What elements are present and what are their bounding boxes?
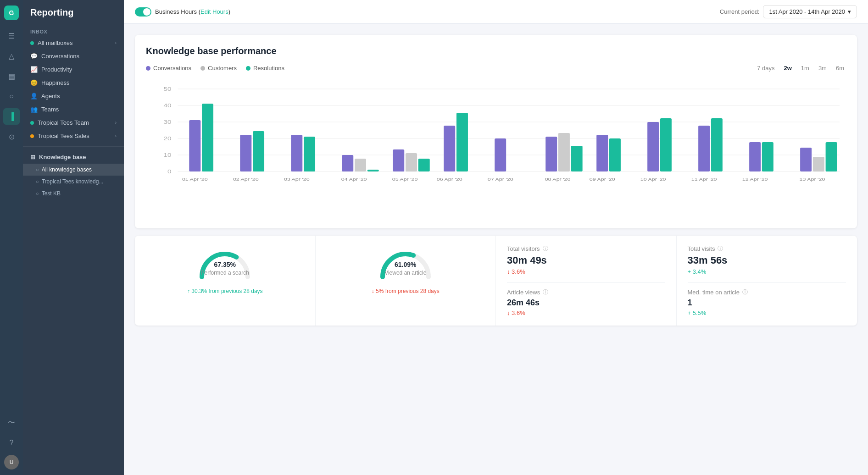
kb-item-test[interactable]: ○ Test KB bbox=[23, 188, 124, 199]
kb-item-all-label: All knowledge bases bbox=[42, 166, 92, 173]
article-views-value: 26m 46s bbox=[507, 298, 548, 308]
inbox-label: Inbox bbox=[23, 25, 124, 36]
chat-icon[interactable]: ○ bbox=[3, 88, 20, 105]
med-time-info-icon[interactable]: ⓘ bbox=[742, 288, 748, 296]
legend-dot-customers bbox=[200, 66, 205, 71]
kb-item-all[interactable]: ○ All knowledge bases bbox=[23, 164, 124, 176]
gauge-card-search: 67.35% Performed a search ↑ 30.3% from p… bbox=[135, 236, 316, 326]
sidebar-item-teams[interactable]: 👥 Teams bbox=[23, 103, 124, 116]
basket-icon[interactable]: ⊙ bbox=[3, 128, 20, 145]
tropical-tees-sales-dot bbox=[30, 134, 34, 138]
sidebar-item-agents[interactable]: 👤 Agents bbox=[23, 89, 124, 103]
happiness-label: Happiness bbox=[41, 79, 69, 86]
sidebar-item-productivity[interactable]: 📈 Productivity bbox=[23, 63, 124, 76]
business-hours-toggle[interactable] bbox=[135, 7, 151, 17]
svg-rect-32 bbox=[495, 138, 506, 171]
legend-resolutions: Resolutions bbox=[246, 65, 284, 72]
chevron-icon-2: › bbox=[115, 120, 117, 125]
total-visitors-change: ↓ 3.6% bbox=[507, 268, 665, 275]
sidebar-item-all-mailboxes[interactable]: All mailboxes › bbox=[23, 36, 124, 50]
svg-rect-29 bbox=[444, 126, 455, 171]
chart-container: Knowledge base performance Conversations… bbox=[124, 24, 868, 475]
svg-text:13 Apr '20: 13 Apr '20 bbox=[800, 177, 825, 182]
svg-rect-12 bbox=[189, 120, 200, 171]
total-visits-change: + 3.4% bbox=[688, 268, 846, 275]
stat-card-total-visitors: Total visitors ⓘ 30m 49s ↓ 3.6% Article … bbox=[496, 236, 677, 326]
time-7days[interactable]: 7 days bbox=[755, 64, 776, 72]
svg-rect-38 bbox=[596, 135, 608, 171]
med-time-change: + 5.5% bbox=[688, 309, 748, 316]
svg-rect-13 bbox=[202, 104, 213, 171]
total-visits-info-icon[interactable]: ⓘ bbox=[718, 245, 723, 253]
svg-rect-36 bbox=[571, 146, 583, 171]
kb-section-title: ⊞ Knowledge base bbox=[23, 150, 124, 164]
svg-text:30: 30 bbox=[164, 119, 172, 125]
reports-icon[interactable]: ▤ bbox=[3, 68, 20, 84]
svg-text:03 Apr '20: 03 Apr '20 bbox=[284, 177, 310, 182]
sidebar-item-conversations[interactable]: 💬 Conversations bbox=[23, 50, 124, 63]
toggle-label-text: Business Hours ( bbox=[155, 8, 200, 15]
edit-hours-link[interactable]: Edit Hours bbox=[200, 8, 228, 15]
svg-text:40: 40 bbox=[164, 103, 172, 108]
svg-rect-16 bbox=[253, 131, 264, 171]
tropical-tees-sales-label: Tropical Tees Sales bbox=[38, 133, 89, 139]
gauge-search-label: Performed a search bbox=[195, 270, 255, 276]
svg-rect-47 bbox=[749, 142, 761, 171]
chevron-icon-3: › bbox=[115, 133, 117, 138]
sidebar-item-tropical-tees-sales[interactable]: Tropical Tees Sales › bbox=[23, 129, 124, 143]
svg-text:07 Apr '20: 07 Apr '20 bbox=[488, 177, 513, 182]
article-views-info-icon[interactable]: ⓘ bbox=[543, 288, 548, 296]
help-icon[interactable]: ? bbox=[3, 435, 20, 451]
gauge-search-value: 67.35% bbox=[195, 258, 255, 270]
gauge-search-unit: % bbox=[230, 261, 236, 268]
business-hours-toggle-group: Business Hours (Edit Hours) bbox=[135, 7, 230, 17]
svg-rect-22 bbox=[355, 159, 366, 171]
legend-conversations: Conversations bbox=[146, 65, 191, 72]
svg-text:10 Apr '20: 10 Apr '20 bbox=[640, 177, 666, 182]
svg-rect-51 bbox=[813, 157, 824, 171]
analytics-icon[interactable]: ▐ bbox=[3, 108, 20, 125]
gauge-article-number: 61.09 bbox=[395, 261, 411, 268]
user-avatar[interactable]: U bbox=[4, 455, 19, 469]
time-6m[interactable]: 6m bbox=[834, 64, 846, 72]
gauge-search-change: ↑ 30.3% from previous 28 days bbox=[187, 288, 263, 294]
gauge-card-article: 61.09% Viewed an article ↓ 5% from previ… bbox=[316, 236, 496, 326]
chart-legend: Conversations Customers Resolutions bbox=[146, 65, 284, 72]
period-value: 1st Apr 2020 - 14th Apr 2020 bbox=[769, 8, 845, 15]
chart-title: Knowledge base performance bbox=[146, 46, 846, 56]
activity-icon[interactable]: 〜 bbox=[3, 414, 20, 431]
happiness-icon: 😊 bbox=[30, 79, 38, 86]
menu-icon[interactable]: ☰ bbox=[3, 28, 20, 44]
legend-conversations-label: Conversations bbox=[153, 65, 191, 72]
time-3m[interactable]: 3m bbox=[817, 64, 829, 72]
svg-text:01 Apr '20: 01 Apr '20 bbox=[182, 177, 208, 182]
svg-text:05 Apr '20: 05 Apr '20 bbox=[392, 177, 418, 182]
svg-rect-35 bbox=[558, 133, 570, 171]
bar-chart-area: 50 40 30 20 10 0 01 Apr '20 02 Apr '20 bbox=[146, 80, 846, 217]
med-time-value: 1 bbox=[688, 298, 748, 308]
article-views-sub: Article views ⓘ 26m 46s ↓ 3.6% bbox=[507, 288, 548, 316]
total-visitors-value: 30m 49s bbox=[507, 254, 665, 266]
period-label: Current period: bbox=[720, 8, 760, 15]
kb-item-test-label: Test KB bbox=[42, 190, 61, 197]
med-time-label-text: Med. time on article bbox=[688, 289, 740, 296]
home-icon[interactable]: △ bbox=[3, 48, 20, 64]
svg-rect-50 bbox=[800, 148, 812, 171]
bar-chart-svg: 50 40 30 20 10 0 01 Apr '20 02 Apr '20 bbox=[146, 80, 846, 217]
time-1m[interactable]: 1m bbox=[799, 64, 811, 72]
total-visitors-info-icon[interactable]: ⓘ bbox=[543, 245, 548, 253]
kb-item-tropical-tees[interactable]: ○ Tropical Tees knowledg... bbox=[23, 176, 124, 188]
stats-row: 67.35% Performed a search ↑ 30.3% from p… bbox=[135, 236, 857, 326]
time-2w[interactable]: 2w bbox=[782, 64, 793, 72]
legend-resolutions-label: Resolutions bbox=[253, 65, 284, 72]
period-dropdown[interactable]: 1st Apr 2020 - 14th Apr 2020 ▾ bbox=[763, 5, 857, 18]
svg-rect-18 bbox=[291, 135, 302, 171]
productivity-label: Productivity bbox=[41, 66, 72, 73]
left-sidebar: Reporting Inbox All mailboxes › 💬 Conver… bbox=[23, 0, 124, 475]
app-logo[interactable]: G bbox=[4, 6, 19, 20]
svg-text:50: 50 bbox=[164, 86, 172, 92]
svg-rect-30 bbox=[456, 113, 468, 171]
sidebar-item-tropical-tees-team[interactable]: Tropical Tees Team › bbox=[23, 116, 124, 129]
kb-item-icon-test: ○ bbox=[36, 191, 39, 196]
sidebar-item-happiness[interactable]: 😊 Happiness bbox=[23, 76, 124, 89]
